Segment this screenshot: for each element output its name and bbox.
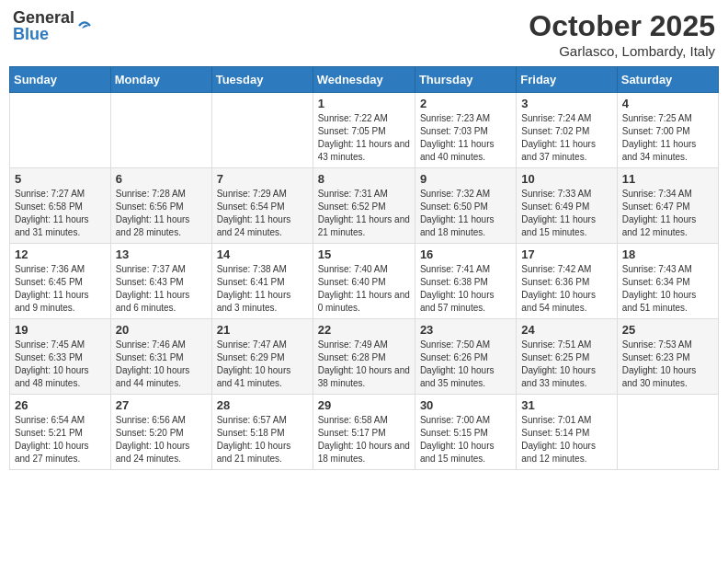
cell-info: Sunrise: 7:27 AMSunset: 6:58 PMDaylight:… (15, 188, 106, 239)
calendar-cell: 9Sunrise: 7:32 AMSunset: 6:50 PMDaylight… (415, 168, 516, 244)
weekday-header: Thursday (415, 67, 516, 93)
calendar-cell: 17Sunrise: 7:42 AMSunset: 6:36 PMDayligh… (517, 244, 617, 319)
weekday-header: Sunday (10, 67, 111, 93)
day-number: 19 (15, 323, 106, 337)
calendar-cell: 1Sunrise: 7:22 AMSunset: 7:05 PMDaylight… (313, 93, 415, 168)
month-title: October 2025 (529, 9, 715, 43)
calendar-cell: 28Sunrise: 6:57 AMSunset: 5:18 PMDayligh… (211, 395, 313, 470)
cell-info: Sunrise: 7:43 AMSunset: 6:34 PMDaylight:… (622, 263, 713, 315)
cell-info: Sunrise: 7:46 AMSunset: 6:31 PMDaylight:… (116, 339, 207, 390)
calendar-row: 5Sunrise: 7:27 AMSunset: 6:58 PMDaylight… (10, 168, 719, 244)
calendar-cell: 5Sunrise: 7:27 AMSunset: 6:58 PMDaylight… (10, 168, 111, 244)
day-number: 1 (318, 97, 410, 110)
calendar-row: 26Sunrise: 6:54 AMSunset: 5:21 PMDayligh… (10, 395, 719, 470)
cell-info: Sunrise: 7:24 AMSunset: 7:02 PMDaylight:… (521, 112, 611, 164)
cell-info: Sunrise: 7:29 AMSunset: 6:54 PMDaylight:… (217, 188, 308, 239)
calendar-cell: 14Sunrise: 7:38 AMSunset: 6:41 PMDayligh… (211, 244, 313, 319)
cell-info: Sunrise: 7:31 AMSunset: 6:52 PMDaylight:… (318, 188, 410, 239)
day-number: 16 (420, 247, 511, 261)
cell-info: Sunrise: 7:50 AMSunset: 6:26 PMDaylight:… (420, 339, 511, 390)
cell-info: Sunrise: 7:32 AMSunset: 6:50 PMDaylight:… (420, 188, 511, 239)
day-number: 25 (622, 323, 713, 337)
cell-info: Sunrise: 7:38 AMSunset: 6:41 PMDaylight:… (217, 263, 308, 315)
cell-info: Sunrise: 7:40 AMSunset: 6:40 PMDaylight:… (318, 263, 410, 315)
weekday-header: Saturday (617, 67, 718, 93)
calendar-cell: 6Sunrise: 7:28 AMSunset: 6:56 PMDaylight… (110, 168, 211, 244)
cell-info: Sunrise: 6:54 AMSunset: 5:21 PMDaylight:… (15, 414, 106, 465)
day-number: 22 (318, 323, 410, 337)
cell-info: Sunrise: 6:57 AMSunset: 5:18 PMDaylight:… (217, 414, 308, 465)
day-number: 28 (217, 398, 308, 412)
day-number: 7 (217, 172, 308, 186)
logo-icon (76, 17, 93, 34)
day-number: 27 (116, 398, 207, 412)
weekday-header: Tuesday (211, 67, 313, 93)
calendar-cell: 23Sunrise: 7:50 AMSunset: 6:26 PMDayligh… (415, 319, 516, 395)
header-row: SundayMondayTuesdayWednesdayThursdayFrid… (10, 67, 719, 93)
day-number: 29 (318, 398, 410, 412)
cell-info: Sunrise: 7:25 AMSunset: 7:00 PMDaylight:… (622, 112, 713, 164)
calendar-cell: 20Sunrise: 7:46 AMSunset: 6:31 PMDayligh… (110, 319, 211, 395)
day-number: 2 (420, 97, 511, 110)
day-number: 8 (318, 172, 410, 186)
calendar-row: 12Sunrise: 7:36 AMSunset: 6:45 PMDayligh… (10, 244, 719, 319)
cell-info: Sunrise: 7:28 AMSunset: 6:56 PMDaylight:… (116, 188, 207, 239)
cell-info: Sunrise: 7:34 AMSunset: 6:47 PMDaylight:… (622, 188, 713, 239)
day-number: 6 (116, 172, 207, 186)
cell-info: Sunrise: 7:42 AMSunset: 6:36 PMDaylight:… (521, 263, 611, 315)
calendar-cell: 4Sunrise: 7:25 AMSunset: 7:00 PMDaylight… (617, 93, 718, 168)
day-number: 15 (318, 247, 410, 261)
day-number: 17 (521, 247, 611, 261)
logo-general: General (13, 8, 74, 27)
cell-info: Sunrise: 7:51 AMSunset: 6:25 PMDaylight:… (521, 339, 611, 390)
calendar-cell: 30Sunrise: 7:00 AMSunset: 5:15 PMDayligh… (415, 395, 516, 470)
calendar-cell: 10Sunrise: 7:33 AMSunset: 6:49 PMDayligh… (517, 168, 617, 244)
day-number: 18 (622, 247, 713, 261)
day-number: 31 (521, 398, 611, 412)
day-number: 20 (116, 323, 207, 337)
calendar-cell: 31Sunrise: 7:01 AMSunset: 5:14 PMDayligh… (517, 395, 617, 470)
calendar-cell: 3Sunrise: 7:24 AMSunset: 7:02 PMDaylight… (517, 93, 617, 168)
logo: General Blue (13, 9, 93, 42)
calendar-cell: 27Sunrise: 6:56 AMSunset: 5:20 PMDayligh… (110, 395, 211, 470)
cell-info: Sunrise: 7:00 AMSunset: 5:15 PMDaylight:… (420, 414, 511, 465)
day-number: 14 (217, 247, 308, 261)
cell-info: Sunrise: 7:49 AMSunset: 6:28 PMDaylight:… (318, 339, 410, 390)
calendar-cell: 15Sunrise: 7:40 AMSunset: 6:40 PMDayligh… (313, 244, 415, 319)
calendar-cell: 26Sunrise: 6:54 AMSunset: 5:21 PMDayligh… (10, 395, 111, 470)
day-number: 23 (420, 323, 511, 337)
cell-info: Sunrise: 6:58 AMSunset: 5:17 PMDaylight:… (318, 414, 410, 465)
day-number: 26 (15, 398, 106, 412)
calendar-cell: 8Sunrise: 7:31 AMSunset: 6:52 PMDaylight… (313, 168, 415, 244)
calendar-cell (617, 395, 718, 470)
calendar-cell (110, 93, 211, 168)
calendar-cell: 22Sunrise: 7:49 AMSunset: 6:28 PMDayligh… (313, 319, 415, 395)
day-number: 4 (622, 97, 713, 110)
calendar-cell: 12Sunrise: 7:36 AMSunset: 6:45 PMDayligh… (10, 244, 111, 319)
cell-info: Sunrise: 7:37 AMSunset: 6:43 PMDaylight:… (116, 263, 207, 315)
weekday-header: Friday (517, 67, 617, 93)
location: Garlasco, Lombardy, Italy (529, 43, 715, 59)
weekday-header: Monday (110, 67, 211, 93)
logo-blue: Blue (13, 25, 49, 43)
calendar-cell: 16Sunrise: 7:41 AMSunset: 6:38 PMDayligh… (415, 244, 516, 319)
day-number: 21 (217, 323, 308, 337)
day-number: 24 (521, 323, 611, 337)
calendar-row: 19Sunrise: 7:45 AMSunset: 6:33 PMDayligh… (10, 319, 719, 395)
cell-info: Sunrise: 7:53 AMSunset: 6:23 PMDaylight:… (622, 339, 713, 390)
cell-info: Sunrise: 7:22 AMSunset: 7:05 PMDaylight:… (318, 112, 410, 164)
cell-info: Sunrise: 7:36 AMSunset: 6:45 PMDaylight:… (15, 263, 106, 315)
calendar-row: 1Sunrise: 7:22 AMSunset: 7:05 PMDaylight… (10, 93, 719, 168)
calendar-cell: 2Sunrise: 7:23 AMSunset: 7:03 PMDaylight… (415, 93, 516, 168)
weekday-header: Wednesday (313, 67, 415, 93)
calendar-cell: 19Sunrise: 7:45 AMSunset: 6:33 PMDayligh… (10, 319, 111, 395)
calendar-cell: 25Sunrise: 7:53 AMSunset: 6:23 PMDayligh… (617, 319, 718, 395)
day-number: 30 (420, 398, 511, 412)
calendar-cell: 7Sunrise: 7:29 AMSunset: 6:54 PMDaylight… (211, 168, 313, 244)
calendar-cell: 18Sunrise: 7:43 AMSunset: 6:34 PMDayligh… (617, 244, 718, 319)
cell-info: Sunrise: 7:33 AMSunset: 6:49 PMDaylight:… (521, 188, 611, 239)
calendar-cell: 29Sunrise: 6:58 AMSunset: 5:17 PMDayligh… (313, 395, 415, 470)
title-block: October 2025 Garlasco, Lombardy, Italy (529, 9, 715, 59)
calendar-cell: 13Sunrise: 7:37 AMSunset: 6:43 PMDayligh… (110, 244, 211, 319)
cell-info: Sunrise: 6:56 AMSunset: 5:20 PMDaylight:… (116, 414, 207, 465)
